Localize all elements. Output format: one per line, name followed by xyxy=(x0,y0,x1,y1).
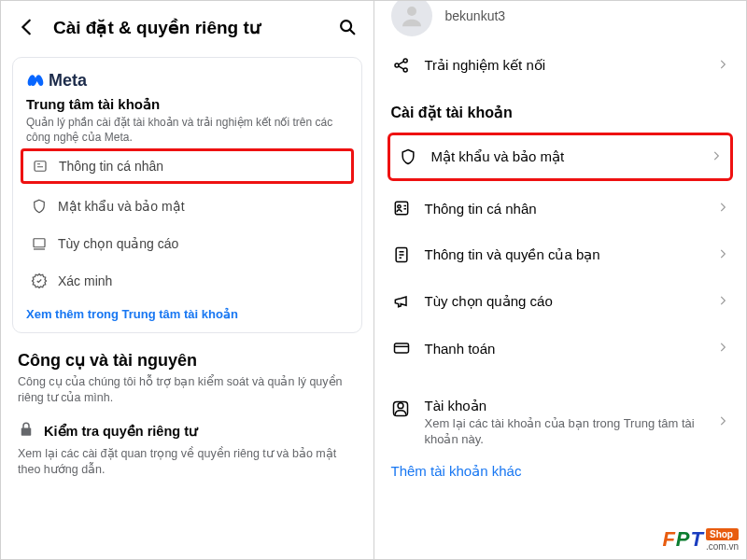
svg-rect-7 xyxy=(395,202,407,214)
card-icon xyxy=(391,338,412,358)
card-subtitle: Quản lý phần cài đặt tài khoản và trải n… xyxy=(26,115,348,145)
privacy-check-sub: Xem lại các cài đặt quan trọng về quyền … xyxy=(18,446,357,478)
header: Cài đặt & quyền riêng tư xyxy=(1,1,374,49)
chevron-right-icon xyxy=(716,294,729,310)
verified-icon xyxy=(30,272,49,290)
row-ad-preferences[interactable]: Tùy chọn quảng cáo xyxy=(374,278,747,325)
username: bekunkut3 xyxy=(445,8,506,23)
megaphone-icon xyxy=(391,291,412,312)
menu-verification[interactable]: Xác minh xyxy=(26,262,348,300)
display-icon xyxy=(30,234,49,253)
svg-rect-1 xyxy=(35,161,46,172)
section-heading: Cài đặt tài khoản xyxy=(374,89,747,129)
shield-icon xyxy=(398,147,418,167)
profile-row[interactable]: bekunkut3 xyxy=(374,0,747,42)
right-screenshot: bekunkut3 Trải nghiệm kết nối Cài đặt tà… xyxy=(374,0,748,560)
row-info-permissions[interactable]: Thông tin và quyền của bạn xyxy=(374,231,747,278)
share-icon xyxy=(391,55,412,76)
lock-icon xyxy=(18,421,35,441)
chevron-right-icon xyxy=(716,58,729,74)
see-more-link[interactable]: Xem thêm trong Trung tâm tài khoản xyxy=(26,307,348,321)
chevron-right-icon xyxy=(716,201,729,217)
document-icon xyxy=(391,245,412,265)
chevron-right-icon xyxy=(716,414,729,431)
row-connected-experiences[interactable]: Trải nghiệm kết nối xyxy=(374,42,747,89)
svg-rect-2 xyxy=(34,239,45,247)
svg-point-11 xyxy=(398,403,403,409)
person-icon xyxy=(391,399,412,420)
page-title: Cài đặt & quyền riêng tư xyxy=(53,17,321,38)
menu-password-security[interactable]: Mật khẩu và bảo mật xyxy=(26,188,348,225)
left-screenshot: Cài đặt & quyền riêng tư Meta Trung tâm … xyxy=(0,0,374,560)
svg-point-3 xyxy=(407,7,416,16)
meta-logo: Meta xyxy=(26,71,348,91)
row-personal-info[interactable]: Thông tin cá nhân xyxy=(374,185,747,231)
highlight-password-security: Mật khẩu và bảo mật xyxy=(388,133,734,181)
tools-heading: Công cụ và tài nguyên xyxy=(18,350,357,371)
watermark: FPT Shop .com.vn xyxy=(662,527,739,552)
avatar xyxy=(391,0,432,36)
back-icon[interactable] xyxy=(14,14,40,40)
add-account-link[interactable]: Thêm tài khoản khác xyxy=(374,454,747,489)
search-icon[interactable] xyxy=(334,14,360,40)
accounts-sub: Xem lại các tài khoản của bạn trong Trun… xyxy=(425,416,704,448)
card-heading: Trung tâm tài khoản xyxy=(26,96,348,113)
row-payments[interactable]: Thanh toán xyxy=(374,325,747,371)
svg-point-8 xyxy=(397,205,400,208)
shield-icon xyxy=(30,197,49,216)
id-card-icon xyxy=(31,157,49,175)
privacy-check-row[interactable]: Kiểm tra quyền riêng tư xyxy=(18,421,357,441)
tools-section: Công cụ và tài nguyên Công cụ của chúng … xyxy=(1,346,374,482)
row-accounts[interactable]: Tài khoản Xem lại các tài khoản của bạn … xyxy=(374,385,747,454)
id-card-icon xyxy=(391,198,412,218)
menu-personal-info[interactable]: Thông tin cá nhân xyxy=(21,148,354,184)
svg-rect-10 xyxy=(394,343,408,353)
chevron-right-icon xyxy=(716,247,729,263)
tools-subtitle: Công cụ của chúng tôi hỗ trợ bạn kiểm so… xyxy=(18,374,357,406)
chevron-right-icon xyxy=(716,341,729,357)
menu-ad-preferences[interactable]: Tùy chọn quảng cáo xyxy=(26,225,348,262)
accounts-center-card: Meta Trung tâm tài khoản Quản lý phần cà… xyxy=(12,57,362,333)
chevron-right-icon xyxy=(710,149,723,165)
accounts-title: Tài khoản xyxy=(425,398,704,414)
row-password-security[interactable]: Mật khẩu và bảo mật xyxy=(394,147,727,167)
